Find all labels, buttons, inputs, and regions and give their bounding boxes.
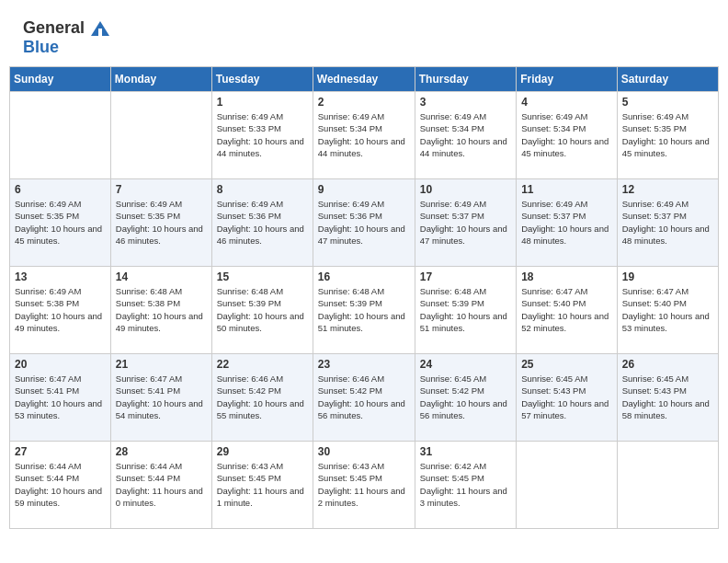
day-info: Sunrise: 6:49 AMSunset: 5:37 PMDaylight:… <box>420 198 511 247</box>
day-info: Sunrise: 6:49 AMSunset: 5:35 PMDaylight:… <box>622 110 713 159</box>
day-number: 1 <box>217 96 308 109</box>
day-info: Sunrise: 6:49 AMSunset: 5:36 PMDaylight:… <box>217 198 308 247</box>
day-info: Sunrise: 6:49 AMSunset: 5:34 PMDaylight:… <box>318 110 410 159</box>
day-info: Sunrise: 6:49 AMSunset: 5:34 PMDaylight:… <box>521 110 612 159</box>
logo: General Blue <box>23 18 111 57</box>
day-number: 27 <box>15 445 106 458</box>
weekday-header-wednesday: Wednesday <box>313 67 415 92</box>
day-info: Sunrise: 6:49 AMSunset: 5:38 PMDaylight:… <box>15 285 106 334</box>
calendar-cell: 2Sunrise: 6:49 AMSunset: 5:34 PMDaylight… <box>313 92 415 179</box>
weekday-header-sunday: Sunday <box>10 67 111 92</box>
calendar-cell: 20Sunrise: 6:47 AMSunset: 5:41 PMDayligh… <box>10 354 111 442</box>
calendar-cell: 28Sunrise: 6:44 AMSunset: 5:44 PMDayligh… <box>110 442 211 529</box>
calendar-cell <box>110 92 211 179</box>
calendar-cell: 12Sunrise: 6:49 AMSunset: 5:37 PMDayligh… <box>617 179 718 267</box>
calendar-cell: 5Sunrise: 6:49 AMSunset: 5:35 PMDaylight… <box>617 92 718 179</box>
calendar-cell <box>617 442 718 529</box>
page-header: General Blue <box>9 9 719 62</box>
day-info: Sunrise: 6:49 AMSunset: 5:33 PMDaylight:… <box>217 110 308 159</box>
calendar-cell: 23Sunrise: 6:46 AMSunset: 5:42 PMDayligh… <box>313 354 415 442</box>
day-number: 12 <box>622 183 713 196</box>
logo-general-text: General <box>23 18 85 38</box>
calendar-cell: 31Sunrise: 6:42 AMSunset: 5:45 PMDayligh… <box>415 442 516 529</box>
calendar-cell: 30Sunrise: 6:43 AMSunset: 5:45 PMDayligh… <box>313 442 415 529</box>
calendar-table: SundayMondayTuesdayWednesdayThursdayFrid… <box>9 66 719 529</box>
day-info: Sunrise: 6:48 AMSunset: 5:38 PMDaylight:… <box>116 285 207 334</box>
calendar-cell: 29Sunrise: 6:43 AMSunset: 5:45 PMDayligh… <box>211 442 313 529</box>
day-info: Sunrise: 6:43 AMSunset: 5:45 PMDaylight:… <box>318 460 410 509</box>
calendar-cell: 8Sunrise: 6:49 AMSunset: 5:36 PMDaylight… <box>211 179 313 267</box>
day-number: 10 <box>420 183 511 196</box>
day-info: Sunrise: 6:47 AMSunset: 5:41 PMDaylight:… <box>15 373 106 421</box>
day-info: Sunrise: 6:49 AMSunset: 5:37 PMDaylight:… <box>521 198 612 247</box>
weekday-header-monday: Monday <box>110 67 211 92</box>
calendar-cell: 25Sunrise: 6:45 AMSunset: 5:43 PMDayligh… <box>517 354 618 442</box>
weekday-header-tuesday: Tuesday <box>211 67 313 92</box>
day-number: 29 <box>217 445 308 458</box>
day-info: Sunrise: 6:49 AMSunset: 5:35 PMDaylight:… <box>15 198 106 247</box>
day-number: 5 <box>622 96 713 109</box>
svg-rect-1 <box>98 29 102 36</box>
day-number: 7 <box>116 183 207 196</box>
logo-icon <box>89 19 111 38</box>
day-number: 21 <box>116 358 207 371</box>
day-number: 16 <box>318 270 410 283</box>
day-info: Sunrise: 6:49 AMSunset: 5:35 PMDaylight:… <box>116 198 207 247</box>
day-number: 6 <box>15 183 106 196</box>
day-info: Sunrise: 6:46 AMSunset: 5:42 PMDaylight:… <box>217 373 308 421</box>
weekday-header-friday: Friday <box>517 67 618 92</box>
calendar-cell: 1Sunrise: 6:49 AMSunset: 5:33 PMDaylight… <box>211 92 313 179</box>
calendar-cell: 16Sunrise: 6:48 AMSunset: 5:39 PMDayligh… <box>313 267 415 354</box>
day-info: Sunrise: 6:44 AMSunset: 5:44 PMDaylight:… <box>15 460 106 509</box>
day-info: Sunrise: 6:42 AMSunset: 5:45 PMDaylight:… <box>420 460 511 509</box>
day-number: 26 <box>622 358 713 371</box>
day-number: 13 <box>15 270 106 283</box>
day-info: Sunrise: 6:49 AMSunset: 5:34 PMDaylight:… <box>420 110 511 159</box>
day-number: 8 <box>217 183 308 196</box>
day-info: Sunrise: 6:46 AMSunset: 5:42 PMDaylight:… <box>318 373 410 421</box>
day-info: Sunrise: 6:45 AMSunset: 5:43 PMDaylight:… <box>521 373 612 421</box>
weekday-header-thursday: Thursday <box>415 67 516 92</box>
calendar-cell: 22Sunrise: 6:46 AMSunset: 5:42 PMDayligh… <box>211 354 313 442</box>
day-info: Sunrise: 6:45 AMSunset: 5:43 PMDaylight:… <box>622 373 713 421</box>
calendar-cell: 14Sunrise: 6:48 AMSunset: 5:38 PMDayligh… <box>110 267 211 354</box>
day-number: 18 <box>521 270 612 283</box>
day-number: 11 <box>521 183 612 196</box>
day-info: Sunrise: 6:48 AMSunset: 5:39 PMDaylight:… <box>217 285 308 334</box>
calendar-cell: 11Sunrise: 6:49 AMSunset: 5:37 PMDayligh… <box>517 179 618 267</box>
day-number: 25 <box>521 358 612 371</box>
day-number: 15 <box>217 270 308 283</box>
day-number: 20 <box>15 358 106 371</box>
calendar-cell: 7Sunrise: 6:49 AMSunset: 5:35 PMDaylight… <box>110 179 211 267</box>
day-info: Sunrise: 6:47 AMSunset: 5:40 PMDaylight:… <box>622 285 713 334</box>
day-info: Sunrise: 6:43 AMSunset: 5:45 PMDaylight:… <box>217 460 308 509</box>
day-number: 22 <box>217 358 308 371</box>
day-number: 23 <box>318 358 410 371</box>
calendar-cell: 26Sunrise: 6:45 AMSunset: 5:43 PMDayligh… <box>617 354 718 442</box>
day-number: 19 <box>622 270 713 283</box>
calendar-cell: 9Sunrise: 6:49 AMSunset: 5:36 PMDaylight… <box>313 179 415 267</box>
day-info: Sunrise: 6:48 AMSunset: 5:39 PMDaylight:… <box>420 285 511 334</box>
calendar-cell: 19Sunrise: 6:47 AMSunset: 5:40 PMDayligh… <box>617 267 718 354</box>
day-info: Sunrise: 6:49 AMSunset: 5:37 PMDaylight:… <box>622 198 713 247</box>
day-number: 30 <box>318 445 410 458</box>
day-info: Sunrise: 6:47 AMSunset: 5:40 PMDaylight:… <box>521 285 612 334</box>
day-info: Sunrise: 6:47 AMSunset: 5:41 PMDaylight:… <box>116 373 207 421</box>
day-number: 24 <box>420 358 511 371</box>
day-info: Sunrise: 6:48 AMSunset: 5:39 PMDaylight:… <box>318 285 410 334</box>
calendar-cell: 6Sunrise: 6:49 AMSunset: 5:35 PMDaylight… <box>10 179 111 267</box>
day-number: 31 <box>420 445 511 458</box>
day-number: 28 <box>116 445 207 458</box>
calendar-cell: 10Sunrise: 6:49 AMSunset: 5:37 PMDayligh… <box>415 179 516 267</box>
day-number: 4 <box>521 96 612 109</box>
calendar-cell <box>517 442 618 529</box>
calendar-cell: 4Sunrise: 6:49 AMSunset: 5:34 PMDaylight… <box>517 92 618 179</box>
calendar-cell: 3Sunrise: 6:49 AMSunset: 5:34 PMDaylight… <box>415 92 516 179</box>
calendar-cell: 27Sunrise: 6:44 AMSunset: 5:44 PMDayligh… <box>10 442 111 529</box>
day-number: 3 <box>420 96 511 109</box>
logo-blue-text: Blue <box>23 38 59 57</box>
day-info: Sunrise: 6:44 AMSunset: 5:44 PMDaylight:… <box>116 460 207 509</box>
day-number: 2 <box>318 96 410 109</box>
calendar-cell: 21Sunrise: 6:47 AMSunset: 5:41 PMDayligh… <box>110 354 211 442</box>
day-number: 9 <box>318 183 410 196</box>
